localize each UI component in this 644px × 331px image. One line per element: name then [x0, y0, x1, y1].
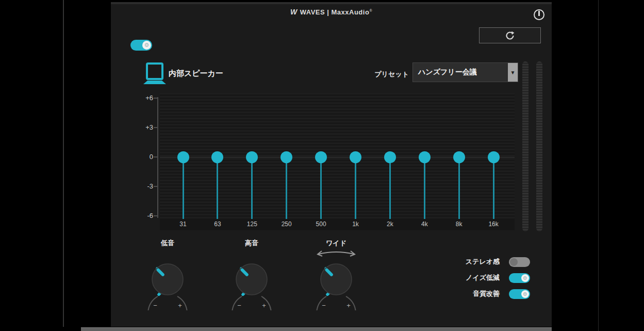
toggle-knob-gear-icon: ⚙ [142, 41, 151, 50]
eq-freq-label: 125 [247, 220, 257, 228]
knob-dial[interactable]: −+ [310, 249, 362, 310]
background-divider-line [63, 0, 64, 327]
eq-freq-label: 2k [387, 220, 393, 228]
knob-label: 高音 [221, 239, 283, 248]
waves-logo-icon: W [290, 8, 298, 16]
knob-treble[interactable]: 高音−+ [221, 239, 283, 310]
brand-name: WAVES | MaxxAudio [300, 8, 370, 16]
eq-band-handle[interactable] [350, 151, 361, 163]
eq-band-handle[interactable] [315, 151, 327, 163]
enhancement-label: ステレオ感 [400, 257, 509, 266]
eq-band-handle[interactable] [419, 151, 431, 163]
revert-button[interactable] [479, 27, 541, 43]
eq-band-track [458, 157, 460, 219]
enhancement-toggle[interactable]: ⚙ [509, 273, 530, 283]
eq-y-tick-label: -3 [133, 182, 153, 190]
eq-y-axis [157, 97, 158, 218]
master-power-toggle[interactable]: ⚙ [130, 40, 152, 51]
equalizer-graph: 31631252505001k2k4k8k16k [160, 93, 515, 230]
eq-band-track [320, 157, 322, 219]
eq-band-track [217, 157, 218, 219]
eq-y-tick [154, 98, 157, 99]
enhancement-label: ノイズ低減 [400, 273, 509, 282]
device-label: 内部スピーカー [169, 69, 223, 78]
revert-icon [504, 30, 516, 41]
level-meter-left [522, 61, 529, 231]
eq-y-tick [154, 156, 157, 157]
knob-minus-label: − [237, 302, 241, 309]
eq-freq-label: 31 [179, 220, 186, 228]
chevron-down-icon[interactable]: ▼ [508, 63, 518, 82]
width-arrow-icon [319, 252, 354, 254]
eq-band-handle[interactable] [280, 151, 292, 163]
eq-freq-label: 1k [352, 220, 359, 228]
info-icon[interactable] [534, 9, 544, 20]
eq-freq-label: 16k [488, 220, 498, 228]
enhancement-row: 音質改善⚙ [400, 289, 541, 299]
eq-band-handle[interactable] [246, 151, 258, 163]
knob-bass[interactable]: 低音−+ [137, 239, 199, 310]
desktop-background: WWAVES | MaxxAudio® ⚙ 内部スピーカー プリセット ハンズフ… [0, 0, 644, 331]
preset-dropdown[interactable]: ハンズフリー会議 ▼ [412, 62, 518, 82]
frequency-axis: 31631252505001k2k4k8k16k [160, 219, 515, 230]
eq-band-handle[interactable] [211, 151, 223, 163]
eq-band-handle[interactable] [177, 151, 189, 163]
toggle-knob-gear-icon: ⚙ [521, 274, 529, 282]
eq-freq-label: 250 [282, 220, 292, 228]
eq-band-track [355, 157, 356, 219]
eq-y-tick [154, 215, 157, 216]
eq-y-tick-label: +6 [133, 94, 153, 102]
toggle-knob-gear-icon: ⚙ [521, 290, 529, 298]
eq-band-track [493, 157, 494, 219]
knob-dial[interactable]: −+ [226, 249, 277, 310]
eq-freq-label: 8k [456, 220, 463, 228]
enhancement-row: ノイズ低減⚙ [400, 273, 541, 283]
eq-y-tick [154, 186, 157, 187]
knob-body[interactable] [236, 264, 267, 295]
enhancement-row: ステレオ感 [400, 257, 541, 267]
knob-wide[interactable]: ワイド−+ [305, 239, 367, 310]
knob-minus-label: − [153, 302, 157, 309]
enhancement-toggle[interactable]: ⚙ [509, 289, 530, 299]
knob-plus-label: + [346, 302, 351, 309]
equalizer-plot [160, 93, 515, 219]
eq-band-handle[interactable] [384, 151, 396, 163]
background-divider-line [598, 0, 599, 331]
toggle-knob-gear-icon [510, 258, 518, 266]
laptop-icon [143, 62, 167, 85]
knob-minus-label: − [322, 302, 326, 309]
eq-freq-label: 500 [316, 220, 326, 228]
taskbar-edge [81, 327, 552, 331]
eq-band-handle[interactable] [488, 151, 500, 163]
enhancement-toggle[interactable] [509, 257, 530, 267]
preset-label: プリセット [368, 70, 409, 79]
maxxaudio-window: WWAVES | MaxxAudio® ⚙ 内部スピーカー プリセット ハンズフ… [111, 2, 552, 327]
eq-band-track [183, 157, 184, 219]
eq-band-track [286, 157, 287, 219]
eq-y-tick-label: -6 [133, 212, 153, 219]
trademark-symbol: ® [369, 9, 372, 12]
knob-label: ワイド [305, 239, 367, 248]
knob-dial[interactable]: −+ [142, 249, 193, 310]
enhancement-label: 音質改善 [400, 289, 509, 298]
eq-y-tick [154, 127, 157, 128]
preset-value: ハンズフリー会議 [413, 68, 508, 77]
knob-plus-label: + [178, 302, 182, 309]
eq-band-track [389, 157, 391, 219]
app-logo: WWAVES | MaxxAudio® [111, 8, 552, 16]
eq-band-track [424, 157, 425, 219]
knob-body[interactable] [321, 264, 352, 295]
knob-plus-label: + [262, 302, 266, 309]
level-meter-right [536, 61, 542, 231]
eq-freq-label: 63 [214, 220, 221, 228]
eq-band-track [251, 157, 253, 219]
eq-y-tick-label: +3 [133, 123, 153, 131]
knob-label: 低音 [137, 239, 199, 248]
eq-band-handle[interactable] [453, 151, 465, 163]
info-icon-bar [538, 11, 540, 16]
knob-body[interactable] [152, 264, 183, 295]
eq-y-tick-label: 0 [133, 153, 153, 161]
eq-freq-label: 4k [421, 220, 428, 228]
